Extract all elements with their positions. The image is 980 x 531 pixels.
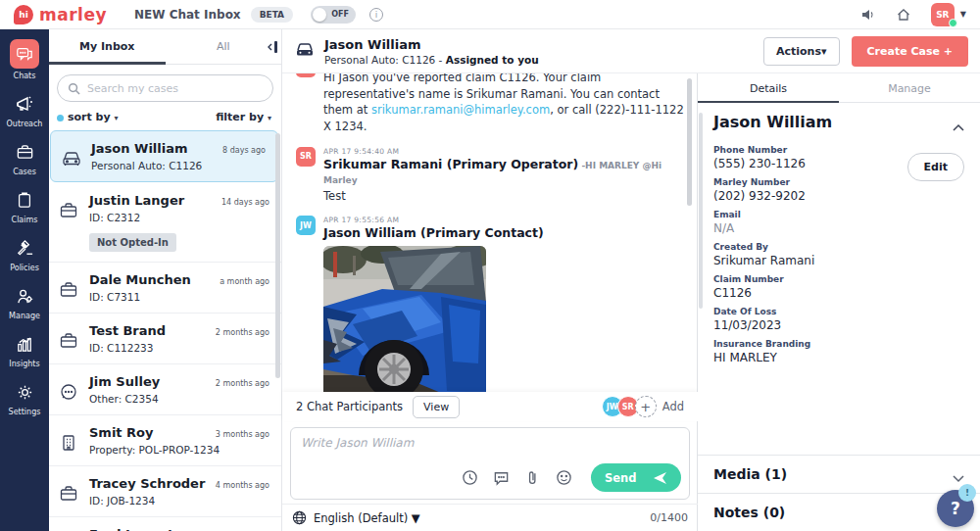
sidebar-item-chats[interactable]: Chats xyxy=(0,39,49,80)
conversation-dale-munchen[interactable]: Dale Munchen a month ago ID: C7311 xyxy=(49,263,281,314)
crashed-car-image[interactable] xyxy=(323,246,486,392)
actions-button[interactable]: Actions▾ xyxy=(763,37,840,66)
new-chat-inbox-title: NEW Chat Inbox xyxy=(134,8,241,22)
avatar xyxy=(296,73,316,77)
new-inbox-toggle[interactable]: OFF xyxy=(311,6,356,24)
conversation-time: 2 months ago xyxy=(216,328,270,337)
message-input[interactable] xyxy=(301,436,679,463)
tab-my-inbox[interactable]: My Inbox xyxy=(49,29,166,64)
add-participant-label[interactable]: Add xyxy=(662,400,684,413)
conversation-name: Dale Munchen xyxy=(89,272,191,287)
conversation-subtitle: ID: JOB-1234 xyxy=(89,495,270,507)
emoji-icon[interactable] xyxy=(556,469,572,486)
message-sender: Srikumar Ramani (Primary Operator) -HI M… xyxy=(323,157,684,186)
conversation-test-brand[interactable]: Test Brand 2 months ago ID: C112233 xyxy=(49,314,281,364)
sidebar-item-manage[interactable]: Manage xyxy=(0,283,49,320)
conversation-justin-langer[interactable]: Justin Langer 14 days ago ID: C2312 Not … xyxy=(49,183,281,263)
info-icon[interactable]: i xyxy=(369,8,383,22)
schedule-message-icon[interactable] xyxy=(462,469,478,486)
chats-icon xyxy=(10,39,39,69)
chat-panel: Jason William Personal Auto: C1126 - Ass… xyxy=(282,29,698,531)
conversation-time: 8 days ago xyxy=(222,146,266,155)
view-participants-button[interactable]: View xyxy=(413,396,460,418)
briefcase-icon xyxy=(59,280,80,302)
message-list: Hi Jason you've reported claim C1126. Yo… xyxy=(282,73,698,392)
volume-icon[interactable] xyxy=(860,7,876,23)
field-label: Date Of Loss xyxy=(713,307,964,316)
chevron-down-icon xyxy=(953,468,964,480)
conversation-smit-roy[interactable]: Smit Roy 3 months ago Property: POL-PROP… xyxy=(49,415,281,466)
conversation-tracey-schroder[interactable]: Tracey Schroder 4 months ago ID: JOB-123… xyxy=(49,466,281,517)
email-link[interactable]: srikumar.ramani@himarley.com xyxy=(371,103,550,117)
compose-box: Send xyxy=(290,427,690,500)
home-icon[interactable] xyxy=(896,7,911,23)
conversation-jason-william[interactable]: Jason William 8 days ago Personal Auto: … xyxy=(50,130,278,182)
message-sender: Jason William (Primary Contact) xyxy=(323,225,684,240)
search-icon xyxy=(68,82,80,95)
paper-plane-icon xyxy=(654,472,667,484)
inbox-tabs: My Inbox All xyxy=(49,29,281,65)
list-scrollbar[interactable] xyxy=(275,133,280,378)
language-selector[interactable]: English (Default) ▼ xyxy=(314,511,420,525)
conversation-name: Justin Langer xyxy=(89,193,184,208)
tab-manage[interactable]: Manage xyxy=(839,73,980,103)
marley-logo[interactable]: hi marley xyxy=(14,5,107,24)
participants-count: 2 Chat Participants xyxy=(296,400,403,413)
conversation-jim-sulley[interactable]: Jim Sulley 2 months ago Other: C2354 xyxy=(49,364,281,415)
conversation-name: Jason William xyxy=(91,141,188,156)
assigned-label: Assigned to you xyxy=(446,54,539,66)
inbox-panel: My Inbox All sort by ▾ filter by ▾ xyxy=(49,29,282,531)
chevron-up-icon[interactable] xyxy=(953,117,964,128)
beta-badge: BETA xyxy=(251,7,293,23)
conversation-name: Jim Sulley xyxy=(89,374,160,389)
filter-by-dropdown[interactable]: filter by ▾ xyxy=(216,111,271,123)
sidebar-item-policies[interactable]: Policies xyxy=(0,235,49,272)
sidebar-item-insights[interactable]: Insights xyxy=(0,331,49,368)
templates-icon[interactable] xyxy=(493,469,510,486)
sidebar-item-settings[interactable]: Settings xyxy=(0,379,49,416)
briefcase-icon xyxy=(59,331,80,353)
details-panel: Details Manage Jason William Edit Phone … xyxy=(698,73,980,531)
edit-button[interactable]: Edit xyxy=(907,153,964,181)
media-section-header[interactable]: Media (1) xyxy=(698,455,980,493)
field-value: N/A xyxy=(713,221,964,235)
gear-icon xyxy=(12,379,37,405)
nav-rail: Chats Outreach Cases Claims Policies xyxy=(0,29,49,531)
field-label: Email xyxy=(713,210,964,219)
chat-scrollbar[interactable] xyxy=(687,78,692,206)
conversation-name: Fred Lancet xyxy=(89,527,173,531)
sort-by-dropdown[interactable]: sort by ▾ xyxy=(57,111,119,123)
field-value: 11/03/2023 xyxy=(713,318,964,332)
add-participant-icon[interactable]: + xyxy=(635,396,657,417)
contact-name-heading: Jason William xyxy=(713,113,964,131)
field-value: (202) 932-9202 xyxy=(713,189,964,203)
create-case-button[interactable]: Create Case + xyxy=(852,36,968,67)
avatar: SR xyxy=(296,147,316,167)
chat-header: Jason William Personal Auto: C1126 - Ass… xyxy=(282,29,980,73)
toggle-knob xyxy=(313,8,326,22)
top-bar: hi marley NEW Chat Inbox BETA OFF i SR ▼ xyxy=(0,0,980,29)
conversation-subtitle: Other: C2354 xyxy=(89,393,270,405)
user-menu[interactable]: SR ▼ xyxy=(931,3,966,26)
tab-all[interactable]: All xyxy=(166,29,282,64)
marley-logo-text: marley xyxy=(39,5,107,24)
field-label: Insurance Branding xyxy=(713,339,964,349)
tab-details[interactable]: Details xyxy=(698,73,839,103)
search-input[interactable] xyxy=(87,82,263,95)
conversation-subtitle: ID: C112233 xyxy=(89,342,270,354)
sidebar-item-outreach[interactable]: Outreach xyxy=(0,91,49,128)
globe-icon xyxy=(292,510,307,525)
collapse-panel-icon[interactable] xyxy=(266,39,279,55)
send-button[interactable]: Send xyxy=(591,463,681,492)
sidebar-item-cases[interactable]: Cases xyxy=(0,139,49,176)
toggle-off-label: OFF xyxy=(331,10,349,19)
attachment-icon[interactable] xyxy=(524,469,541,486)
sidebar-item-claims[interactable]: Claims xyxy=(0,187,49,224)
not-opted-in-badge: Not Opted-In xyxy=(89,233,176,252)
chat-contact-name: Jason William xyxy=(324,37,539,52)
avatar: JW xyxy=(296,216,316,235)
conversation-fred-lancet[interactable]: Fred Lancet 5 months ago Property: POL-P… xyxy=(49,517,281,531)
message-jason-photo: JW APR 17 9:55:56 AM Jason William (Prim… xyxy=(296,216,684,392)
message-timestamp: APR 17 9:54:40 AM xyxy=(323,147,684,156)
help-button[interactable]: ? ! xyxy=(937,490,974,527)
